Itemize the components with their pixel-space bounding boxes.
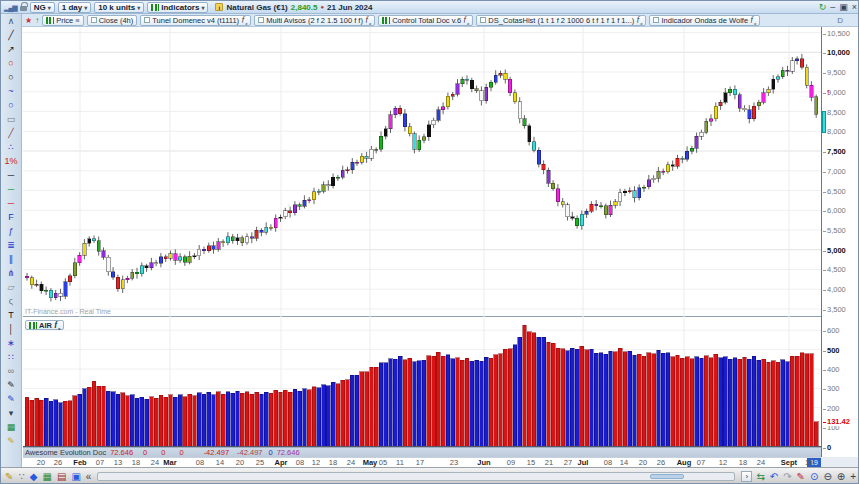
scroll-next-button[interactable]: › xyxy=(741,471,752,482)
collapse-toolbar[interactable]: ∧ xyxy=(2,14,21,28)
fib-projection-tool[interactable]: ∗ xyxy=(2,336,21,350)
export-tool[interactable]: ▦ xyxy=(2,420,21,434)
curve-tool[interactable]: ς xyxy=(2,294,21,308)
price-tick-label: 6,000 xyxy=(823,206,846,215)
instrument-name: Natural Gas (€1) xyxy=(226,3,287,12)
text-tool[interactable]: T xyxy=(2,308,21,322)
auto-scroll-icon[interactable]: ⇆ xyxy=(756,469,764,484)
level-green-tool[interactable]: ─ xyxy=(2,182,21,196)
date-axis[interactable]: 19 2026Feb07131824Mar08142025Apr08121824… xyxy=(23,457,821,467)
air-tick-label: 400 xyxy=(823,365,840,374)
restore-button[interactable]: ▣ xyxy=(839,2,848,13)
windows-icon[interactable]: ▣ xyxy=(71,469,80,484)
edit-icon[interactable]: ✎ xyxy=(797,469,805,484)
indicator-chip-2[interactable]: Multi Avisos (2 f 2 1.5 100 f f)ƒx xyxy=(254,15,375,26)
indicator-chip-1[interactable]: Tunel Domenec v4 (t1111)ƒx xyxy=(140,15,251,26)
price-label: Price xyxy=(56,16,73,25)
percent-tool[interactable]: 1% xyxy=(2,154,21,168)
symbol-select[interactable]: NG ▾ xyxy=(30,2,55,13)
ellipse-tool-black[interactable]: ○ xyxy=(2,70,21,84)
indicator-chip-0[interactable]: Close (4h) xyxy=(87,15,138,26)
fib-levels-tool[interactable]: ≣ xyxy=(2,238,21,252)
fx-icon: ƒx xyxy=(750,15,756,26)
dot-separator-icon: ● xyxy=(320,4,324,10)
rectangle-tool[interactable]: ▭ xyxy=(2,112,21,126)
trend-line-tool[interactable]: ╱ xyxy=(2,28,21,42)
zoom-in-icon[interactable]: ⊕ xyxy=(837,469,845,484)
lock-icon[interactable] xyxy=(20,6,27,11)
close-button[interactable]: × xyxy=(852,2,857,13)
segment-tool[interactable]: ╱ xyxy=(2,126,21,140)
more-tools-button[interactable]: ▾ xyxy=(2,406,21,420)
share-icon[interactable]: ∵ xyxy=(18,469,24,484)
fib-time-tool[interactable]: ∥ xyxy=(2,252,21,266)
last-date: 21 Jun 2024 xyxy=(327,3,372,12)
notes-tool[interactable]: ✎ xyxy=(2,434,21,448)
points-tool[interactable]: ∷ xyxy=(2,350,21,364)
minimize-button[interactable]: – xyxy=(830,2,835,13)
axis-footer xyxy=(821,457,859,467)
pencil-tool[interactable]: ✎ xyxy=(2,378,21,392)
eraser-tool[interactable]: ▱ xyxy=(2,280,21,294)
indicator-chip-label: Multi Avisos (2 f 2 1.5 100 f f) xyxy=(266,16,363,25)
polyline-tool[interactable]: ∴ xyxy=(2,140,21,154)
bars-icon[interactable] xyxy=(382,17,390,24)
ellipse-tool-red[interactable]: ○ xyxy=(2,56,21,70)
fib-retracement-tool[interactable]: F xyxy=(2,210,21,224)
fib-fan-tool[interactable]: ƒ xyxy=(2,224,21,238)
zoom-area-icon[interactable]: ⊙ xyxy=(810,469,818,484)
draw-mode-icon[interactable]: ✎ xyxy=(5,469,13,484)
spreadsheet-icon[interactable]: ▦ xyxy=(42,469,51,484)
crosshair-icon[interactable]: + xyxy=(850,469,856,484)
horizontal-scrollbar[interactable] xyxy=(97,472,735,481)
indicator-chip-3[interactable]: Control Total Doc v.6ƒx xyxy=(378,15,473,26)
redo-icon[interactable]: ↷ xyxy=(783,469,791,484)
timeframe-label: 1 day xyxy=(62,3,82,12)
trading-platform-window: ▂▄▆ NG ▾ 1 day ▾ 10 k units ▾ Indicators… xyxy=(0,0,859,484)
checkbox-icon[interactable] xyxy=(258,17,264,23)
checkbox-icon[interactable] xyxy=(653,17,659,23)
sync-icon[interactable]: ↻ xyxy=(819,2,827,13)
fx-icon: ƒx xyxy=(463,15,469,26)
favorite-star-icon[interactable]: ★ xyxy=(25,15,32,26)
pencil-tool-blue[interactable]: ✎ xyxy=(2,392,21,406)
price-axis[interactable]: ↑ 10,50010,0009,5009,0008,5008,0007,5007… xyxy=(821,27,859,457)
timeframe-select[interactable]: 1 day ▾ xyxy=(58,2,91,13)
level-red-tool[interactable]: ─ xyxy=(2,196,21,210)
chat-icon[interactable]: ◆ xyxy=(30,469,38,484)
air-panel[interactable]: AIR ƒx xyxy=(23,318,821,447)
orders-icon[interactable]: ▤ xyxy=(57,469,66,484)
air-tick-label: 0 xyxy=(823,443,831,452)
indicator-chip-label: DS_CotasHist (1 t 1 f 2 1000 6 t f 1 f 1… xyxy=(488,16,634,25)
freehand-tool[interactable]: ~ xyxy=(2,84,21,98)
horizontal-line-tool[interactable]: ─ xyxy=(2,168,21,182)
zoom-out-icon[interactable]: ⊖ xyxy=(823,469,831,484)
price-chart[interactable]: IT-Finance.com - Real Time xyxy=(23,27,821,317)
checkbox-icon[interactable] xyxy=(144,17,150,23)
indicator-chip-4[interactable]: DS_CotasHist (1 t 1 f 2 1000 6 t f 1 f 1… xyxy=(476,15,646,26)
collapse-icon[interactable]: « xyxy=(86,469,92,484)
link-tool[interactable]: ∞ xyxy=(2,364,21,378)
scrollbar-thumb[interactable] xyxy=(650,474,684,479)
indicator-chip-5[interactable]: Indicador Ondas de Wolfeƒx xyxy=(649,15,760,26)
vertical-line-tool[interactable]: │ xyxy=(2,322,21,336)
units-select[interactable]: 10 k units ▾ xyxy=(94,2,144,13)
price-legend-chip[interactable]: Price ≡ xyxy=(42,15,83,26)
candlestick-chart[interactable] xyxy=(23,27,821,317)
air-histogram[interactable] xyxy=(23,318,821,447)
pitchfork-tool[interactable]: ⋔ xyxy=(2,266,21,280)
info-icon[interactable]: i xyxy=(215,3,223,11)
checkbox-icon[interactable] xyxy=(480,17,486,23)
indicators-label: Indicators xyxy=(161,3,199,12)
ellipse-tool-blue[interactable]: ○ xyxy=(2,98,21,112)
expand-up-icon[interactable]: ↑ xyxy=(35,15,39,26)
indicators-button[interactable]: Indicators ▾ xyxy=(147,2,208,13)
arrow-tool[interactable]: ↗ xyxy=(2,42,21,56)
indicator-chip-label: Control Total Doc v.6 xyxy=(392,16,461,25)
air-tab[interactable]: AIR ƒx xyxy=(25,320,64,330)
fx-icon: ƒx xyxy=(365,15,371,26)
undo-icon[interactable]: ↶ xyxy=(770,469,778,484)
air-tick-label: 500 xyxy=(823,346,840,355)
mini-chart-icon[interactable]: ▂▄▆ xyxy=(4,3,17,12)
checkbox-icon[interactable] xyxy=(91,17,97,23)
